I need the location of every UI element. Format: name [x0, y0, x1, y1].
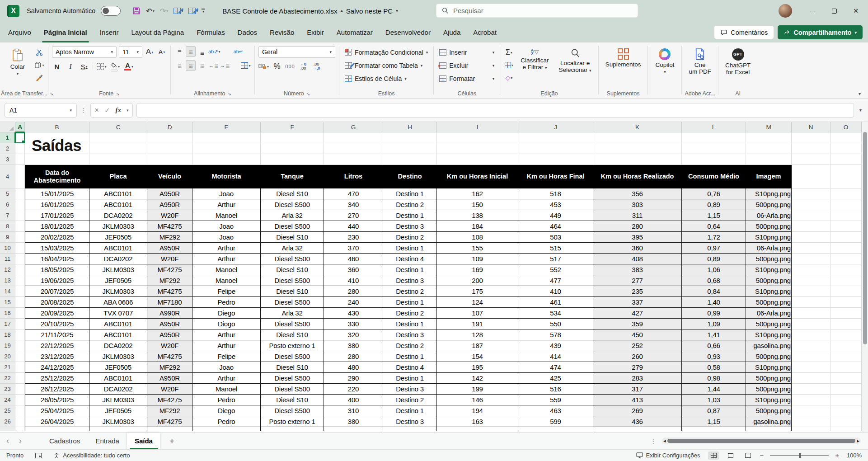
cell-G17[interactable]: 330 [324, 319, 383, 329]
cell-L3[interactable] [682, 154, 746, 165]
normal-view-button[interactable] [708, 452, 719, 460]
row-header-2[interactable]: 2 [0, 143, 15, 154]
cell-G7[interactable]: 270 [324, 210, 383, 221]
cell-J20[interactable]: 414 [518, 351, 593, 362]
cell-G18[interactable]: 320 [324, 329, 383, 340]
cell-G11[interactable]: 460 [324, 254, 383, 264]
cell-B6[interactable]: 16/01/2025 [25, 199, 89, 210]
cell-B17[interactable]: 20/10/2025 [25, 319, 89, 329]
cell-A7[interactable] [15, 210, 25, 221]
new-sheet-button[interactable]: + [160, 433, 183, 449]
cell-F13[interactable]: Diesel S500 [261, 275, 324, 286]
sheet-tab-entrada[interactable]: Entrada [88, 433, 127, 449]
cell-N6[interactable] [792, 199, 830, 210]
cell-J6[interactable]: 453 [518, 199, 593, 210]
cell-O15[interactable] [830, 297, 862, 308]
cell-C15[interactable]: ABA 0606 [89, 297, 147, 308]
col-header-E[interactable]: E [192, 122, 261, 132]
cell-M25[interactable]: 500png.png [746, 405, 792, 416]
cell-M11[interactable]: 500png.png [746, 254, 792, 264]
bold-button[interactable]: N [52, 61, 62, 72]
cell-B14[interactable]: 20/07/2025 [25, 286, 89, 297]
cell-H5[interactable]: Destino 1 [383, 188, 437, 199]
cell-O18[interactable] [830, 329, 862, 340]
cell-M23[interactable]: 500png.png [746, 384, 792, 395]
copy-button[interactable]: ▾ [34, 60, 44, 71]
row-header-12[interactable]: 12 [0, 264, 15, 275]
cell-A11[interactable] [15, 254, 25, 264]
font-size-select[interactable]: 11▾ [119, 46, 142, 58]
share-button[interactable]: Compartilhamento ▾ [778, 25, 863, 39]
cell-L22[interactable]: 0,98 [682, 373, 746, 384]
cell-M13[interactable]: 500png.png [746, 275, 792, 286]
cell-G16[interactable]: 430 [324, 308, 383, 319]
cell-N3[interactable] [792, 154, 830, 165]
cell-L1[interactable] [682, 132, 746, 143]
cell-A8[interactable] [15, 221, 25, 232]
cell-K2[interactable] [593, 143, 682, 154]
ribbon-tab-inserir[interactable]: Inserir [94, 22, 125, 42]
cell-A4[interactable] [15, 165, 25, 188]
decrease-indent-button[interactable]: ←≡ [208, 60, 218, 71]
cell-D18[interactable]: A950R [147, 329, 192, 340]
scroll-right-icon[interactable]: ▸ [857, 438, 859, 443]
cell-G21[interactable]: 480 [324, 362, 383, 373]
row-header-16[interactable]: 16 [0, 308, 15, 319]
cell-D24[interactable]: MF4275 [147, 395, 192, 405]
ribbon-tab-exibir[interactable]: Exibir [300, 22, 330, 42]
cell-I11[interactable]: 109 [437, 254, 518, 264]
cell-O22[interactable] [830, 373, 862, 384]
copilot-button[interactable]: Copilot ▾ [652, 46, 678, 76]
cell-B2[interactable] [25, 143, 89, 154]
cell-M7[interactable]: 06-Arla.png [746, 210, 792, 221]
col-header-G[interactable]: G [324, 122, 383, 132]
cell-K3[interactable] [593, 154, 682, 165]
wrap-text-button[interactable]: ab↵ [233, 46, 243, 57]
cell-O6[interactable] [830, 199, 862, 210]
cell-D19[interactable]: W20F [147, 340, 192, 351]
cell-I26[interactable]: 163 [437, 416, 518, 427]
cell-C10[interactable]: ABC0101 [89, 243, 147, 254]
cell-K18[interactable]: 450 [593, 329, 682, 340]
cell-L15[interactable]: 1,40 [682, 297, 746, 308]
format-cells-button[interactable]: ↔Formatar▾ [437, 72, 496, 85]
cell-K14[interactable]: 235 [593, 286, 682, 297]
cell-G12[interactable]: 360 [324, 264, 383, 275]
currency-format-button[interactable]: ▾ [258, 61, 269, 72]
select-all-corner[interactable] [0, 122, 15, 132]
cell-F22[interactable]: Diesel S500 [261, 373, 324, 384]
excel-logo-icon[interactable]: X [7, 5, 19, 17]
cell-K1[interactable] [593, 132, 682, 143]
clear-button[interactable]: ◇▾ [504, 72, 514, 83]
next-sheet-button[interactable]: › [19, 436, 22, 446]
cell-B27[interactable] [25, 427, 89, 431]
cell-J18[interactable]: 578 [518, 329, 593, 340]
cell-E6[interactable]: Arthur [192, 199, 261, 210]
cell-I21[interactable]: 195 [437, 362, 518, 373]
cell-O16[interactable] [830, 308, 862, 319]
cell-D23[interactable]: W20F [147, 384, 192, 395]
col-header-L[interactable]: L [682, 122, 746, 132]
cell-J27[interactable] [518, 427, 593, 431]
cell-D15[interactable]: MF7180 [147, 297, 192, 308]
delete-cells-button[interactable]: ×Excluir▾ [437, 59, 496, 71]
cell-B13[interactable]: 19/06/2025 [25, 275, 89, 286]
cell-L24[interactable]: 1,03 [682, 395, 746, 405]
cell-D10[interactable]: A950R [147, 243, 192, 254]
collapse-ribbon-button[interactable]: ▾ [859, 91, 861, 96]
cell-B19[interactable]: 22/12/2025 [25, 340, 89, 351]
insert-function-button[interactable]: fx [116, 106, 122, 114]
align-right-button[interactable]: ≡ [197, 60, 207, 71]
cell-F7[interactable]: Arla 32 [261, 210, 324, 221]
zoom-level[interactable]: 100% [845, 452, 862, 459]
cell-A5[interactable] [15, 188, 25, 199]
borders-button[interactable]: ▾ [97, 61, 107, 72]
col-header-J[interactable]: J [518, 122, 593, 132]
col-header-M[interactable]: M [746, 122, 792, 132]
cell-N11[interactable] [792, 254, 830, 264]
ribbon-tab-revis-o[interactable]: Revisão [263, 22, 300, 42]
cell-F25[interactable]: Diesel S500 [261, 405, 324, 416]
cell-K9[interactable]: 395 [593, 232, 682, 243]
close-button[interactable]: × [846, 0, 865, 22]
cell-H16[interactable]: Destino 2 [383, 308, 437, 319]
